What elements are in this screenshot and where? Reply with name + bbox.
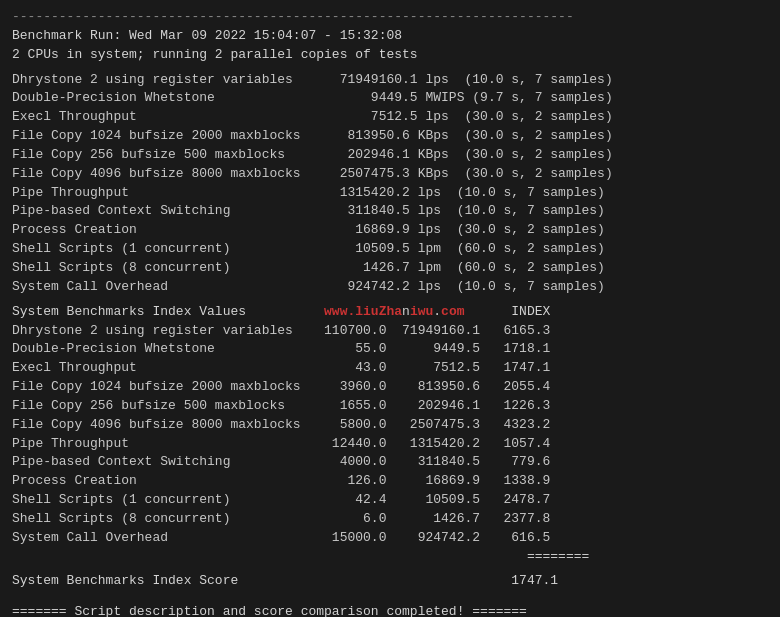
terminal: ----------------------------------------… [12, 8, 768, 617]
index-row-4: File Copy 256 bufsize 500 maxblocks 1655… [12, 397, 768, 416]
index-row-7: Pipe-based Context Switching 4000.0 3118… [12, 453, 768, 472]
bench-row-11: System Call Overhead 924742.2 lps (10.0 … [12, 278, 768, 297]
final-message: ======= Script description and score com… [12, 603, 768, 617]
header-line-2: 2 CPUs in system; running 2 parallel cop… [12, 46, 768, 65]
index-row-1: Double-Precision Whetstone 55.0 9449.5 1… [12, 340, 768, 359]
bench-row-7: Pipe-based Context Switching 311840.5 lp… [12, 202, 768, 221]
double-equals: ======== [12, 548, 768, 567]
score-line: System Benchmarks Index Score 1747.1 [12, 572, 768, 591]
separator-line: ----------------------------------------… [12, 8, 768, 27]
bench-row-5: File Copy 4096 bufsize 8000 maxblocks 25… [12, 165, 768, 184]
index-row-2: Execl Throughput 43.0 7512.5 1747.1 [12, 359, 768, 378]
index-header: System Benchmarks Index Values www.liuZh… [12, 303, 768, 322]
index-row-6: Pipe Throughput 12440.0 1315420.2 1057.4 [12, 435, 768, 454]
bench-row-6: Pipe Throughput 1315420.2 lps (10.0 s, 7… [12, 184, 768, 203]
index-row-11: System Call Overhead 15000.0 924742.2 61… [12, 529, 768, 548]
bench-row-0: Dhrystone 2 using register variables 719… [12, 71, 768, 90]
score-value: 1747.1 [511, 573, 558, 588]
index-row-5: File Copy 4096 bufsize 8000 maxblocks 58… [12, 416, 768, 435]
index-row-8: Process Creation 126.0 16869.9 1338.9 [12, 472, 768, 491]
bench-row-2: Execl Throughput 7512.5 lps (30.0 s, 2 s… [12, 108, 768, 127]
index-row-9: Shell Scripts (1 concurrent) 42.4 10509.… [12, 491, 768, 510]
index-row-3: File Copy 1024 bufsize 2000 maxblocks 39… [12, 378, 768, 397]
index-row-10: Shell Scripts (8 concurrent) 6.0 1426.7 … [12, 510, 768, 529]
bench-row-4: File Copy 256 bufsize 500 maxblocks 2029… [12, 146, 768, 165]
index-row-0: Dhrystone 2 using register variables 110… [12, 322, 768, 341]
bench-row-1: Double-Precision Whetstone 9449.5 MWIPS … [12, 89, 768, 108]
bench-row-3: File Copy 1024 bufsize 2000 maxblocks 81… [12, 127, 768, 146]
bench-row-9: Shell Scripts (1 concurrent) 10509.5 lpm… [12, 240, 768, 259]
bench-row-10: Shell Scripts (8 concurrent) 1426.7 lpm … [12, 259, 768, 278]
header-line-1: Benchmark Run: Wed Mar 09 2022 15:04:07 … [12, 27, 768, 46]
bench-row-8: Process Creation 16869.9 lps (30.0 s, 2 … [12, 221, 768, 240]
